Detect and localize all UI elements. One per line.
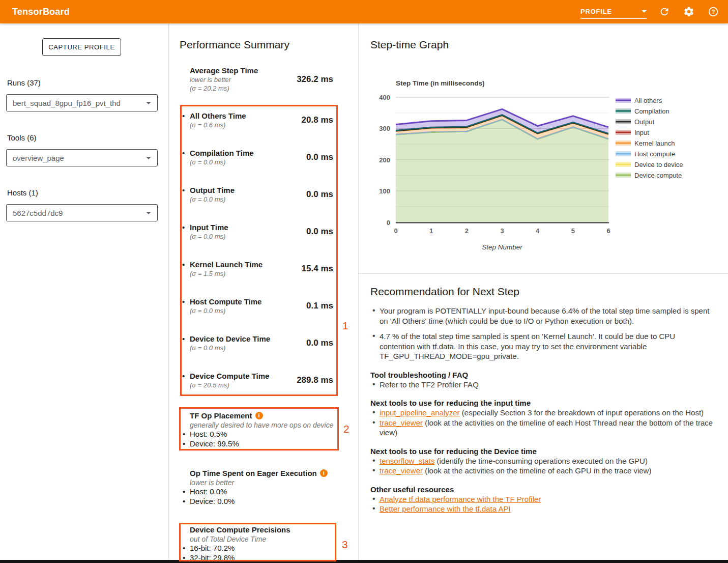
metric-row: •All Others Time(σ = 0.6 ms)20.8 ms — [180, 111, 333, 149]
block-subtitle: lower is better — [190, 478, 342, 487]
metric-row: •Device Compute Time(σ = 20.5 ms)289.8 m… — [180, 372, 333, 409]
hosts-select-value: 5627c5dd7dc9 — [13, 209, 63, 217]
y-tick-label: 300 — [379, 125, 390, 132]
runs-select-value: bert_squad_8gpu_fp16_pvt_thd — [13, 99, 121, 107]
chevron-down-icon — [146, 102, 151, 104]
legend-swatch-line — [616, 121, 631, 123]
eager-execution-block: Op Time Spent on Eager Executionilower i… — [180, 468, 342, 506]
capture-profile-button[interactable]: CAPTURE PROFILE — [42, 38, 121, 56]
recommendation-bullet: •Your program is POTENTIALLY input-bound… — [370, 306, 712, 326]
recommendation-heading: Other useful resources — [370, 485, 721, 494]
tools-select-value: overview_page — [13, 154, 64, 162]
bullet: • — [182, 334, 190, 352]
chevron-down-icon — [146, 212, 151, 214]
x-axis-title: Step Number — [482, 243, 522, 251]
hosts-label: Hosts (1) — [7, 188, 38, 197]
runs-select[interactable]: bert_squad_8gpu_fp16_pvt_thd — [6, 94, 158, 111]
metric-value: 0.0 ms — [306, 186, 333, 200]
recommendation-bullet: •4.7 % of the total step time sampled is… — [370, 331, 712, 361]
tools-select[interactable]: overview_page — [6, 149, 158, 166]
block-item: •Device: 99.5% — [180, 439, 342, 449]
app-bar: TensorBoard PROFILE ? — [0, 0, 728, 23]
performance-summary-title: Performance Summary — [180, 39, 289, 51]
area-device-compute — [396, 120, 608, 222]
block-title: Op Time Spent on Eager Executioni — [190, 468, 342, 478]
y-tick-label: 0 — [387, 219, 390, 227]
block-subtitle: out of Total Device Time — [190, 534, 342, 544]
recommendation-link[interactable]: Analyze tf.data performance with the TF … — [380, 495, 541, 503]
bullet: • — [182, 111, 190, 129]
runs-label: Runs (37) — [7, 78, 41, 87]
hosts-select[interactable]: 5627c5dd7dc9 — [6, 204, 158, 221]
legend-label: Compilation — [634, 107, 669, 115]
annotation-label-1: 1 — [342, 320, 348, 332]
y-tick-label: 400 — [379, 94, 390, 101]
recommendation-bullets: •Your program is POTENTIALLY input-bound… — [370, 306, 721, 361]
legend-label: Output — [634, 118, 654, 126]
metric-value: 0.0 ms — [306, 334, 333, 348]
metric-value: 20.8 ms — [302, 111, 333, 125]
recommendation-heading: Tool troubleshooting / FAQ — [370, 370, 721, 380]
x-tick-label: 6 — [606, 227, 610, 235]
app-title: TensorBoard — [12, 7, 70, 17]
block-item: •Host: 0.0% — [180, 487, 342, 497]
metric-row: •Compilation Time(σ = 0.0 ms)0.0 ms — [180, 149, 333, 186]
metric-title: All Others Time — [190, 111, 246, 121]
legend-label: Input — [634, 129, 649, 136]
metric-value: 0.0 ms — [306, 223, 333, 237]
refresh-icon[interactable] — [658, 5, 671, 18]
recommendation-item: •Better performance with the tf.data API — [370, 504, 721, 514]
metric-title: Kernel Launch Time — [190, 260, 263, 269]
info-icon[interactable]: i — [255, 412, 263, 419]
metric-sigma: (σ = 0.0 ms) — [190, 306, 261, 315]
x-tick-label: 1 — [429, 227, 433, 235]
dashboard-select[interactable]: PROFILE — [580, 5, 647, 19]
info-icon[interactable]: i — [320, 469, 328, 477]
metric-sigma: (σ = 0.0 ms) — [190, 158, 254, 166]
bullet: • — [182, 260, 190, 278]
tf-op-placement-block: TF Op Placementigenerally desired to hav… — [180, 411, 342, 448]
recommendation-item: •tensorflow_stats (identify the time-con… — [370, 456, 721, 466]
legend-swatch-line — [616, 110, 631, 112]
recommendation-link[interactable]: Better performance with the tf.data API — [380, 504, 511, 513]
bullet: • — [182, 372, 190, 389]
recommendation-link[interactable]: trace_viewer — [380, 466, 423, 475]
block-subtitle: generally desired to have more ops on de… — [190, 420, 342, 430]
sidebar: CAPTURE PROFILE Runs (37) bert_squad_8gp… — [0, 23, 169, 560]
legend-swatch-line — [616, 175, 631, 176]
metric-title: Average Step Time — [190, 66, 258, 75]
metric-sigma: (σ = 0.6 ms) — [190, 121, 246, 129]
recommendation-link[interactable]: tensorflow_stats — [380, 457, 434, 465]
average-step-time-row: Average Step Time lower is better (σ = 2… — [180, 66, 333, 93]
recommendation-item: •Refer to the TF2 Profiler FAQ — [370, 380, 721, 390]
recommendation-link[interactable]: input_pipeline_analyzer — [380, 408, 460, 417]
help-icon[interactable]: ? — [707, 5, 720, 18]
block-item: •Host: 0.5% — [180, 430, 342, 439]
metric-title: Input Time — [190, 223, 228, 232]
legend-swatch-line — [616, 132, 631, 133]
recommendation-heading: Next tools to use for reducing the input… — [370, 398, 721, 408]
metric-value: 326.2 ms — [297, 66, 333, 85]
legend-swatch-line — [616, 153, 631, 155]
legend-swatch-line — [616, 100, 631, 101]
recommendation-title: Recommendation for Next Step — [370, 286, 721, 298]
metric-sigma: (σ = 0.0 ms) — [190, 232, 228, 241]
chart-title: Step Time (in milliseconds) — [396, 79, 485, 87]
x-tick-label: 5 — [571, 227, 575, 235]
compute-precisions-block: Device Compute Precisionsout of Total De… — [180, 525, 342, 562]
metric-subtitle: lower is better — [190, 75, 258, 84]
bullet: • — [182, 149, 190, 166]
metric-sigma: (σ = 20.2 ms) — [190, 84, 258, 93]
settings-gear-icon[interactable] — [682, 5, 695, 18]
metric-row: •Input Time(σ = 0.0 ms)0.0 ms — [180, 223, 333, 260]
legend-swatch-line — [616, 143, 631, 144]
step-time-chart-svg: Step Time (in milliseconds)0100200300400… — [359, 23, 728, 263]
metric-list: •All Others Time(σ = 0.6 ms)20.8 ms•Comp… — [180, 111, 333, 409]
recommendation-link[interactable]: trace_viewer — [380, 418, 423, 427]
recommendation-heading: Next tools to use for reducing the Devic… — [370, 446, 721, 456]
right-panel: Step-time Graph Step Time (in millisecon… — [359, 23, 728, 560]
chevron-down-icon — [642, 10, 647, 13]
step-time-chart: Step Time (in milliseconds)0100200300400… — [359, 23, 728, 263]
metric-title: Device to Device Time — [190, 334, 270, 344]
metric-row: •Device to Device Time(σ = 0.0 ms)0.0 ms — [180, 334, 333, 372]
